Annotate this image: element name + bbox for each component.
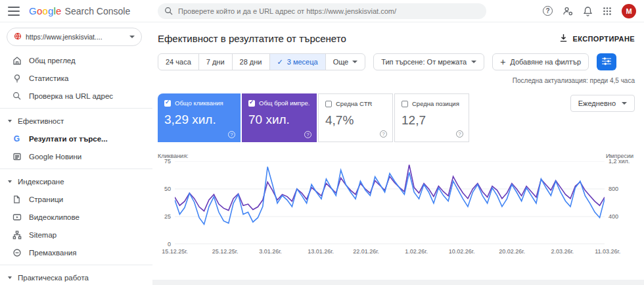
help-icon[interactable]: ?	[228, 131, 235, 138]
account-settings-icon[interactable]	[563, 6, 573, 16]
help-icon[interactable]: ?	[456, 130, 463, 138]
google-logo-word: Google	[29, 5, 62, 16]
sidebar-section-experience[interactable]: Практическа работа	[0, 269, 152, 285]
x-axis-tick: 1.02.26г.	[405, 248, 428, 255]
filter-settings-button[interactable]	[597, 53, 616, 70]
plus-icon: +	[500, 57, 505, 66]
x-axis-tick: 10.02.26г.	[449, 248, 475, 255]
x-axis-tick: 11.03.26г.	[595, 248, 620, 255]
chevron-down-icon	[622, 102, 627, 105]
check-icon: ✓	[277, 58, 283, 66]
last-update-text: Последна актуализация: преди 4,5 часа	[158, 77, 635, 84]
date-range-28d[interactable]: 28 дни	[233, 54, 270, 70]
sidebar-section-indexing[interactable]: Индексиране	[0, 172, 152, 190]
sidebar-divider	[0, 168, 152, 169]
date-range-more[interactable]: Още	[326, 54, 365, 70]
x-axis-labels: 15.12.25г.25.12.25г.3.01.26г.13.01.26г.2…	[175, 247, 618, 257]
table-section-peek	[152, 280, 644, 285]
x-axis-tick: 2.03.26г.	[551, 248, 574, 255]
metric-card-position[interactable]: Средна позиция 12,7 ?	[394, 93, 469, 142]
date-range-3m[interactable]: ✓ 3 месеца	[270, 54, 326, 70]
sidebar-item-overview[interactable]: Общ преглед	[0, 51, 152, 69]
date-range-7d[interactable]: 7 дни	[199, 54, 233, 70]
sidebar-divider	[0, 108, 152, 109]
search-type-chip[interactable]: Тип търсене: От мрежата	[373, 53, 484, 70]
sidebar-item-sitemaps[interactable]: Sitemap	[0, 226, 152, 244]
topbar: Google Search Console ? М	[0, 0, 644, 22]
topbar-actions: ? М	[543, 4, 636, 18]
tune-sliders-icon	[602, 56, 611, 68]
sidebar-item-google-news[interactable]: Google Новини	[0, 147, 152, 165]
date-range-24h[interactable]: 24 часа	[158, 54, 199, 70]
chevron-down-icon	[471, 61, 476, 63]
metric-value-ctr: 4,7%	[325, 113, 386, 128]
insights-icon	[12, 74, 22, 83]
checkbox-checked-icon[interactable]	[248, 100, 255, 107]
sitemap-icon	[12, 230, 22, 240]
video-icon	[12, 213, 22, 222]
property-icon	[14, 32, 22, 41]
add-filter-chip[interactable]: + Добавяне на филтър	[492, 53, 589, 70]
chevron-down-icon	[129, 36, 135, 38]
url-inspect-search[interactable]	[158, 3, 486, 19]
export-button[interactable]: ЕКСПОРТИРАНЕ	[559, 34, 635, 43]
page-title: Ефективност в резултатите от търсенето	[158, 33, 346, 44]
x-axis-tick: 13.01.26г.	[308, 248, 334, 255]
x-axis-tick: 15.12.25г.	[162, 248, 188, 255]
right-axis-ticks: 1,2 хил. 800 400	[605, 161, 635, 244]
x-axis-tick: 22.01.26г.	[353, 248, 379, 255]
app-title: Search Console	[65, 6, 131, 16]
metric-value-position: 12,7	[402, 113, 462, 128]
chart-plot-area[interactable]	[175, 161, 605, 244]
search-input[interactable]	[178, 7, 480, 15]
expand-arrow-icon	[8, 276, 12, 279]
metric-value-impressions: 70 хил.	[248, 113, 310, 127]
help-icon[interactable]: ?	[380, 130, 387, 138]
sidebar-item-videos[interactable]: Видеоклипове	[0, 208, 152, 226]
app-logo: Google Search Console	[29, 5, 158, 16]
google-g-icon: G	[12, 134, 22, 143]
help-icon[interactable]: ?	[543, 6, 553, 16]
sidebar: https://www.jenskisviat.... Общ преглед …	[0, 22, 152, 285]
performance-chart: Кликвания: Импресии 75 50 25 0 1,2 хил. …	[158, 153, 635, 257]
metric-card-impressions[interactable]: Общ брой импре... 70 хил. ?	[242, 93, 317, 142]
chevron-down-icon	[352, 61, 357, 63]
metric-card-ctr[interactable]: Средна CTR 4,7% ?	[318, 93, 393, 142]
sidebar-divider	[0, 265, 152, 265]
sidebar-item-removals[interactable]: Премахвания	[0, 244, 152, 261]
removals-icon	[12, 248, 22, 257]
menu-icon[interactable]	[8, 7, 20, 16]
sidebar-item-search-results[interactable]: G Резултати от търсе...	[0, 130, 152, 147]
date-range-group: 24 часа 7 дни 28 дни ✓ 3 месеца Още	[158, 53, 365, 70]
avatar[interactable]: М	[622, 4, 636, 18]
x-axis-tick: 20.02.26г.	[499, 248, 525, 255]
property-label: https://www.jenskisviat....	[26, 33, 126, 41]
checkbox-checked-icon[interactable]	[164, 100, 171, 107]
download-icon	[559, 34, 568, 43]
sidebar-section-performance[interactable]: Ефективност	[0, 112, 152, 130]
sidebar-item-insights[interactable]: Статистика	[0, 69, 152, 87]
metric-value-clicks: 3,29 хил.	[164, 113, 234, 127]
help-icon[interactable]: ?	[304, 131, 311, 138]
checkbox-empty-icon[interactable]	[402, 101, 408, 107]
expand-arrow-icon	[8, 180, 12, 183]
sidebar-item-pages[interactable]: Страници	[0, 190, 152, 208]
x-axis-tick: 25.12.25г.	[212, 248, 239, 255]
main-content: Ефективност в резултатите от търсенето Е…	[152, 22, 644, 285]
pages-icon	[12, 195, 22, 204]
notifications-bell-icon[interactable]	[583, 6, 593, 16]
x-axis-tick: 3.01.26г.	[259, 248, 282, 255]
sidebar-item-url-inspection[interactable]: Проверка на URL адрес	[0, 87, 152, 105]
search-icon	[164, 7, 173, 15]
expand-arrow-icon	[8, 120, 12, 122]
news-icon	[12, 152, 22, 161]
home-icon	[12, 56, 22, 65]
url-inspect-icon	[12, 91, 22, 100]
granularity-dropdown[interactable]: Ежедневно	[570, 95, 635, 112]
left-axis-ticks: 75 50 25 0	[158, 161, 175, 244]
metric-card-clicks[interactable]: Общо кликвания 3,29 хил. ?	[158, 93, 241, 142]
metric-cards: Общо кликвания 3,29 хил. ? Общ брой импр…	[158, 93, 469, 142]
checkbox-empty-icon[interactable]	[325, 101, 332, 107]
property-selector[interactable]: https://www.jenskisviat....	[7, 28, 142, 46]
apps-grid-icon[interactable]	[603, 7, 612, 16]
